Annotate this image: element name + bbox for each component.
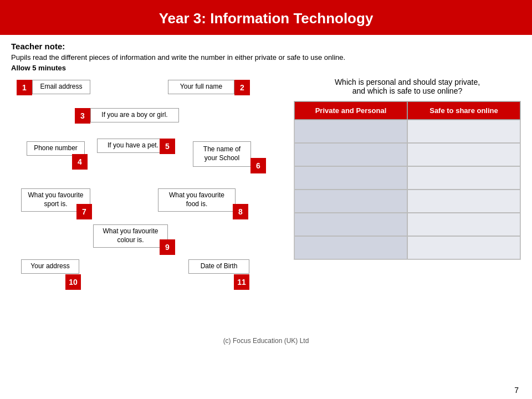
copyright-text: (c) Focus Education (UK) Ltd — [223, 337, 309, 345]
badge-10: 10 — [65, 274, 81, 290]
main-content: Teacher note: Pupils read the different … — [0, 35, 532, 348]
table-header: Private and Personal Safe to share onlin… — [294, 101, 520, 120]
footer: (c) Focus Education (UK) Ltd — [11, 337, 521, 345]
info-box-8: What you favourite food is. — [158, 188, 236, 212]
safe-cell-1[interactable] — [407, 120, 520, 143]
safe-cell-5[interactable] — [407, 213, 520, 236]
private-cell-1[interactable] — [294, 120, 407, 143]
page-number: 7 — [514, 386, 519, 395]
right-panel: Which is personal and should stay privat… — [294, 78, 521, 332]
info-box-1: Email address — [32, 80, 90, 94]
col-header-safe: Safe to share online — [407, 101, 520, 120]
page-title: Year 3: Information Technology — [6, 10, 526, 27]
private-cell-6[interactable] — [294, 236, 407, 259]
safe-cell-2[interactable] — [407, 143, 520, 166]
badge-4: 4 — [72, 154, 88, 170]
table-row — [294, 120, 520, 143]
info-box-9: What you favourite colour is. — [93, 224, 168, 248]
left-panel: Email address 1 Your full name 2 If you … — [11, 78, 283, 332]
table-row — [294, 166, 520, 190]
info-box-4: Phone number — [27, 141, 85, 156]
info-box-2: Your full name — [168, 80, 234, 94]
info-box-3: If you are a boy or girl. — [90, 108, 179, 122]
col-header-private: Private and Personal — [294, 101, 407, 120]
badge-1: 1 — [17, 80, 32, 95]
badge-8: 8 — [233, 204, 248, 219]
info-box-6: The name of your School — [193, 141, 251, 167]
right-question: Which is personal and should stay privat… — [294, 78, 521, 95]
info-box-10: Your address — [21, 259, 79, 274]
badge-5: 5 — [160, 139, 175, 154]
teacher-note-text: Pupils read the different pieces of info… — [11, 53, 521, 62]
table-row — [294, 143, 520, 166]
info-box-11: Date of Birth — [188, 259, 249, 274]
safe-cell-4[interactable] — [407, 190, 520, 213]
badge-9: 9 — [160, 239, 175, 255]
private-cell-4[interactable] — [294, 190, 407, 213]
table-row — [294, 190, 520, 213]
table-row — [294, 236, 520, 259]
info-table: Private and Personal Safe to share onlin… — [294, 101, 521, 260]
allow-time: Allow 5 minutes — [11, 64, 521, 72]
page-header: Year 3: Information Technology — [0, 0, 532, 35]
main-area: Email address 1 Your full name 2 If you … — [11, 78, 521, 332]
table-row — [294, 213, 520, 236]
private-cell-5[interactable] — [294, 213, 407, 236]
badge-2: 2 — [234, 80, 250, 95]
badge-7: 7 — [76, 204, 92, 219]
private-cell-2[interactable] — [294, 143, 407, 166]
private-cell-3[interactable] — [294, 166, 407, 190]
teacher-note-title: Teacher note: — [11, 42, 521, 51]
badge-11: 11 — [234, 274, 249, 290]
safe-cell-6[interactable] — [407, 236, 520, 259]
info-box-5: If you have a pet. — [97, 139, 169, 153]
badge-3: 3 — [75, 108, 90, 124]
badge-6: 6 — [250, 158, 266, 173]
safe-cell-3[interactable] — [407, 166, 520, 190]
